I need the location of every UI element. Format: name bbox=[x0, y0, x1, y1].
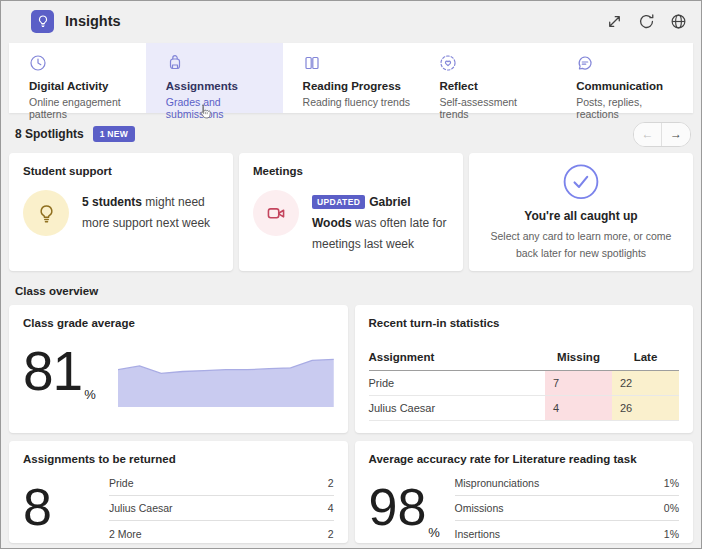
spotlights-header: 8 Spotlights 1 NEW ← → bbox=[15, 121, 691, 147]
list-item: Pride 2 bbox=[109, 471, 334, 496]
list-item: 2 More 2 bbox=[109, 521, 334, 543]
lightbulb-icon bbox=[23, 190, 69, 236]
clock-icon bbox=[29, 54, 47, 72]
percent-unit: % bbox=[428, 526, 440, 539]
col-header-missing: Missing bbox=[545, 346, 612, 371]
list-item-value: 4 bbox=[328, 502, 334, 514]
spotlight-cards-row: Student support 5 students might need mo… bbox=[9, 153, 693, 271]
pager-next-button[interactable]: → bbox=[662, 123, 690, 146]
list-item-label: Mispronunciations bbox=[455, 477, 540, 489]
insights-app-window: Insights bbox=[0, 0, 702, 549]
col-header-late: Late bbox=[612, 346, 679, 371]
open-book-icon bbox=[303, 54, 321, 72]
list-item: Omissions 0% bbox=[455, 496, 680, 521]
globe-icon[interactable] bbox=[670, 13, 687, 30]
tab-communication[interactable]: Communication Posts, replies, reactions bbox=[556, 43, 693, 113]
meetings-card[interactable]: Meetings UPDATEDGabriel Woods was often … bbox=[239, 153, 463, 271]
checkmark-circle-icon bbox=[556, 163, 606, 200]
percent-unit: % bbox=[84, 388, 96, 402]
list-item-value: 2 bbox=[328, 477, 334, 489]
pager-prev-button[interactable]: ← bbox=[634, 123, 662, 146]
list-item-label: Julius Caesar bbox=[109, 502, 173, 514]
tab-digital-activity[interactable]: Digital Activity Online engagement patte… bbox=[9, 43, 146, 113]
list-item-value: 1% bbox=[664, 528, 679, 540]
tab-label: Reflect bbox=[439, 80, 548, 92]
student-support-card[interactable]: Student support 5 students might need mo… bbox=[9, 153, 233, 271]
late-count: 26 bbox=[612, 396, 679, 421]
tab-sublabel: Self-assessment trends bbox=[439, 96, 548, 120]
insights-logo-icon bbox=[31, 10, 54, 33]
tab-label: Assignments bbox=[166, 80, 275, 92]
tab-sublabel: Reading fluency trends bbox=[303, 96, 412, 108]
table-row: Julius Caesar 4 26 bbox=[369, 396, 680, 421]
new-badge: 1 NEW bbox=[93, 126, 135, 142]
tab-assignments[interactable]: Assignments Grades and submissions bbox=[146, 43, 283, 113]
list-item-label: Omissions bbox=[455, 502, 504, 514]
average-accuracy-card[interactable]: Average accuracy rate for Literature rea… bbox=[355, 441, 694, 543]
spotlight-text: UPDATEDGabriel Woods was often late for … bbox=[312, 192, 449, 255]
list-item-value: 0% bbox=[664, 502, 679, 514]
list-item: Julius Caesar 4 bbox=[109, 496, 334, 521]
header-actions bbox=[606, 13, 687, 30]
heart-badge-icon bbox=[439, 54, 457, 72]
chat-bubble-icon bbox=[576, 54, 594, 72]
app-header: Insights bbox=[1, 1, 701, 41]
tab-reading-progress[interactable]: Reading Progress Reading fluency trends bbox=[283, 43, 420, 113]
tab-sublabel: Grades and submissions bbox=[166, 96, 275, 120]
caught-up-title: You're all caught up bbox=[524, 209, 637, 223]
spotlight-text: 5 students might need more support next … bbox=[82, 192, 219, 236]
card-title: Average accuracy rate for Literature rea… bbox=[369, 453, 680, 465]
list-item-value: 2 bbox=[328, 528, 334, 540]
list-item: Insertions 1% bbox=[455, 521, 680, 543]
accuracy-value: 98% bbox=[369, 481, 441, 543]
caught-up-card[interactable]: You're all caught up Select any card to … bbox=[469, 153, 693, 271]
tab-sublabel: Posts, replies, reactions bbox=[576, 96, 685, 120]
returned-count-value: 8 bbox=[23, 481, 95, 543]
insights-tab-strip: Digital Activity Online engagement patte… bbox=[9, 43, 693, 113]
list-item: Mispronunciations 1% bbox=[455, 471, 680, 496]
backpack-icon bbox=[166, 54, 184, 72]
assignment-name: Pride bbox=[369, 371, 546, 396]
spotlights-title: 8 Spotlights bbox=[15, 127, 84, 141]
updated-badge: UPDATED bbox=[312, 195, 365, 209]
late-count: 22 bbox=[612, 371, 679, 396]
tab-sublabel: Online engagement patterns bbox=[29, 96, 138, 120]
tab-label: Reading Progress bbox=[303, 80, 412, 92]
table-row: Pride 7 22 bbox=[369, 371, 680, 396]
tab-label: Communication bbox=[576, 80, 685, 92]
col-header-assignment: Assignment bbox=[369, 346, 546, 371]
grade-sparkline-chart bbox=[118, 351, 334, 407]
class-overview-section-title: Class overview bbox=[15, 285, 687, 297]
card-title: Assignments to be returned bbox=[23, 453, 334, 465]
card-title: Recent turn-in statistics bbox=[369, 317, 680, 329]
turn-in-table: Assignment Missing Late Pride 7 22 Juliu… bbox=[369, 346, 680, 421]
card-title: Meetings bbox=[253, 165, 449, 177]
grade-average-value: 81% bbox=[23, 343, 96, 411]
expand-icon[interactable] bbox=[606, 13, 623, 30]
class-overview-grid: Class grade average 81% Recent turn-in s… bbox=[9, 305, 693, 543]
list-item-label: Pride bbox=[109, 477, 134, 489]
spotlight-bold-text: 5 students bbox=[82, 195, 142, 209]
assignments-to-be-returned-card[interactable]: Assignments to be returned 8 Pride 2 Jul… bbox=[9, 441, 348, 543]
caught-up-text: Select any card to learn more, or come b… bbox=[487, 228, 675, 261]
card-title: Class grade average bbox=[23, 317, 334, 329]
list-item-value: 1% bbox=[664, 477, 679, 489]
refresh-icon[interactable] bbox=[638, 13, 655, 30]
turn-in-statistics-card[interactable]: Recent turn-in statistics Assignment Mis… bbox=[355, 305, 694, 433]
list-item-label: 2 More bbox=[109, 528, 142, 540]
spotlights-pager: ← → bbox=[633, 122, 691, 147]
card-title: Student support bbox=[23, 165, 219, 177]
list-item-label: Insertions bbox=[455, 528, 501, 540]
page-title: Insights bbox=[65, 13, 121, 29]
video-camera-icon bbox=[253, 190, 299, 236]
tab-label: Digital Activity bbox=[29, 80, 138, 92]
assignment-name: Julius Caesar bbox=[369, 396, 546, 421]
missing-count: 7 bbox=[545, 371, 612, 396]
missing-count: 4 bbox=[545, 396, 612, 421]
class-grade-average-card[interactable]: Class grade average 81% bbox=[9, 305, 348, 433]
tab-reflect[interactable]: Reflect Self-assessment trends bbox=[419, 43, 556, 113]
